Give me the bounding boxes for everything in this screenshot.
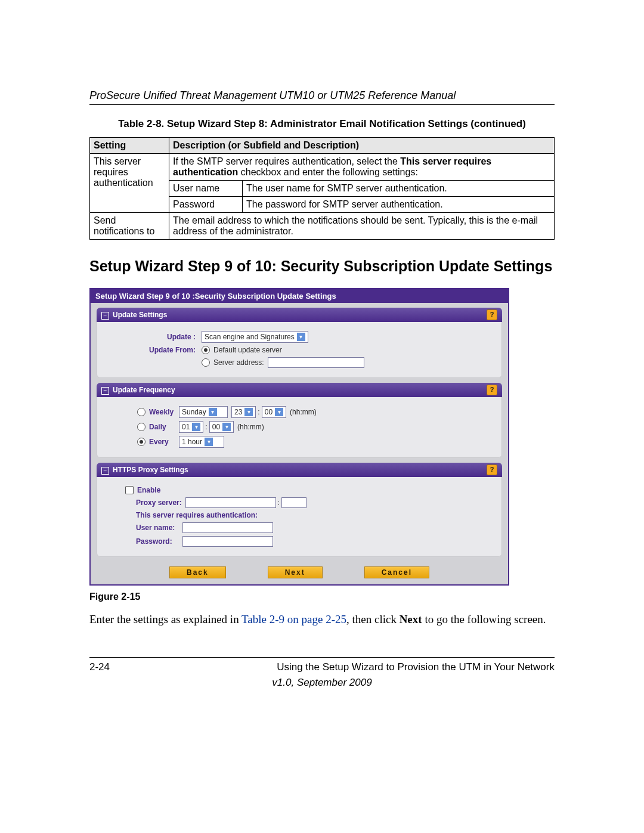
cancel-button[interactable]: Cancel xyxy=(364,566,429,578)
colon: : xyxy=(256,408,261,416)
label-weekly: Weekly xyxy=(149,408,179,416)
select-weekly-mm[interactable]: 00▾ xyxy=(262,406,286,418)
xref-link[interactable]: Table 2-9 on page 2-25 xyxy=(242,613,346,625)
panel-header-update-settings[interactable]: −Update Settings ? xyxy=(97,308,502,322)
chevron-down-icon[interactable]: ▾ xyxy=(209,408,217,416)
cell-sub-password-desc: The password for SMTP server authenticat… xyxy=(243,197,555,213)
select-every-value: 1 hour xyxy=(182,438,202,446)
label-proxy-username: User name: xyxy=(136,524,182,532)
header-rule xyxy=(89,104,555,105)
radio-weekly[interactable] xyxy=(137,408,145,416)
input-proxy-password[interactable] xyxy=(182,536,273,547)
section-heading: Setup Wizard Step 9 of 10: Security Subs… xyxy=(89,258,555,275)
help-icon[interactable]: ? xyxy=(487,385,497,395)
select-update[interactable]: Scan engine and Signatures▾ xyxy=(202,331,308,343)
cell-sub-username: User name xyxy=(169,181,243,197)
cell-sub-password: Password xyxy=(169,197,243,213)
label-hhmm-daily: (hh:mm) xyxy=(237,423,264,431)
chevron-down-icon[interactable]: ▾ xyxy=(297,333,305,341)
collapse-icon[interactable]: − xyxy=(101,467,109,475)
panel-update-frequency: −Update Frequency ? Weekly Sunday▾ 23▾ :… xyxy=(97,383,502,458)
label-daily: Daily xyxy=(149,423,179,431)
select-weekly-hh[interactable]: 23▾ xyxy=(231,406,256,418)
radio-server-address[interactable] xyxy=(202,358,210,367)
desc-auth-post: checkbox and enter the following setting… xyxy=(238,167,418,177)
wizard-title-bar: Setup Wizard Step 9 of 10 :Security Subs… xyxy=(91,289,508,303)
footer-rule xyxy=(89,657,555,658)
help-icon[interactable]: ? xyxy=(487,309,497,320)
checkbox-enable-proxy[interactable] xyxy=(125,486,134,494)
opt-server-address: Server address: xyxy=(213,358,264,367)
body-bold-next: Next xyxy=(400,613,422,625)
figure-caption: Figure 2-15 xyxy=(89,592,555,602)
input-proxy-host[interactable] xyxy=(185,497,276,508)
label-auth-required: This server requires authentication: xyxy=(136,511,258,519)
select-daily-hh[interactable]: 01▾ xyxy=(179,421,203,433)
select-daily-hh-value: 01 xyxy=(182,423,190,431)
footer-row: 2-24 Using the Setup Wizard to Provision… xyxy=(89,661,555,673)
opt-default-server: Default update server xyxy=(213,346,282,354)
body-post: to go the following screen. xyxy=(422,613,546,625)
panel-https-proxy: −HTTPS Proxy Settings ? Enable Proxy ser… xyxy=(97,463,502,557)
panel-header-update-frequency[interactable]: −Update Frequency ? xyxy=(97,383,502,397)
wizard-button-bar: Back Next Cancel xyxy=(91,562,508,584)
panel-update-settings: −Update Settings ? Update : Scan engine … xyxy=(97,308,502,378)
select-weekly-mm-value: 00 xyxy=(265,408,273,416)
label-every: Every xyxy=(149,438,179,446)
footer-version: v1.0, September 2009 xyxy=(89,677,555,689)
wizard-screenshot: Setup Wizard Step 9 of 10 :Security Subs… xyxy=(89,288,509,586)
chevron-down-icon[interactable]: ▾ xyxy=(275,408,283,416)
body-pre: Enter the settings as explained in xyxy=(89,613,242,625)
input-proxy-port[interactable] xyxy=(281,497,306,508)
radio-default-server[interactable] xyxy=(202,346,210,354)
help-icon[interactable]: ? xyxy=(487,465,497,475)
radio-every[interactable] xyxy=(137,438,145,446)
cell-setting-sendto: Send notifications to xyxy=(90,213,169,240)
panel-title-update-settings: Update Settings xyxy=(113,311,167,319)
select-weekly-day-value: Sunday xyxy=(182,408,206,416)
label-proxy-password: Password: xyxy=(136,537,182,546)
label-update-from: Update From: xyxy=(106,346,202,354)
page-number: 2-24 xyxy=(89,661,110,673)
select-daily-mm[interactable]: 00▾ xyxy=(209,421,234,433)
next-button[interactable]: Next xyxy=(268,566,323,578)
body-mid: , then click xyxy=(346,613,400,625)
th-desc: Description (or Subfield and Description… xyxy=(169,138,555,154)
select-weekly-hh-value: 23 xyxy=(234,408,242,416)
cell-desc-auth: If the SMTP server requires authenticati… xyxy=(169,154,555,181)
colon: : xyxy=(276,498,281,507)
table-caption: Table 2-8. Setup Wizard Step 8: Administ… xyxy=(89,118,555,130)
cell-desc-sendto: The email address to which the notificat… xyxy=(169,213,555,240)
input-server-address[interactable] xyxy=(268,357,364,368)
collapse-icon[interactable]: − xyxy=(101,387,109,395)
chevron-down-icon[interactable]: ▾ xyxy=(244,408,253,416)
label-update: Update : xyxy=(106,333,202,341)
select-daily-mm-value: 00 xyxy=(212,423,220,431)
chevron-down-icon[interactable]: ▾ xyxy=(205,438,213,446)
chevron-down-icon[interactable]: ▾ xyxy=(192,423,200,431)
panel-title-update-frequency: Update Frequency xyxy=(113,386,175,394)
colon: : xyxy=(203,423,209,431)
doc-header: ProSecure Unified Threat Management UTM1… xyxy=(89,89,555,102)
body-paragraph: Enter the settings as explained in Table… xyxy=(89,612,555,627)
footer-chapter: Using the Setup Wizard to Provision the … xyxy=(277,661,555,673)
cell-setting-auth: This server requires authentication xyxy=(90,154,169,213)
cell-sub-username-desc: The user name for SMTP server authentica… xyxy=(243,181,555,197)
select-update-value: Scan engine and Signatures xyxy=(205,333,295,341)
label-hhmm: (hh:mm) xyxy=(290,408,317,416)
select-weekly-day[interactable]: Sunday▾ xyxy=(179,406,228,418)
th-setting: Setting xyxy=(90,138,169,154)
desc-auth-pre: If the SMTP server requires authenticati… xyxy=(173,156,400,166)
select-every[interactable]: 1 hour▾ xyxy=(179,436,224,448)
label-enable: Enable xyxy=(137,486,160,494)
panel-header-https-proxy[interactable]: −HTTPS Proxy Settings ? xyxy=(97,463,502,477)
panel-title-https-proxy: HTTPS Proxy Settings xyxy=(113,466,188,474)
input-proxy-username[interactable] xyxy=(182,522,273,533)
label-proxy-server: Proxy server: xyxy=(136,498,185,507)
collapse-icon[interactable]: − xyxy=(101,312,109,320)
back-button[interactable]: Back xyxy=(169,566,226,578)
chevron-down-icon[interactable]: ▾ xyxy=(222,423,231,431)
settings-table: Setting Description (or Subfield and Des… xyxy=(89,137,555,240)
radio-daily[interactable] xyxy=(137,423,145,431)
